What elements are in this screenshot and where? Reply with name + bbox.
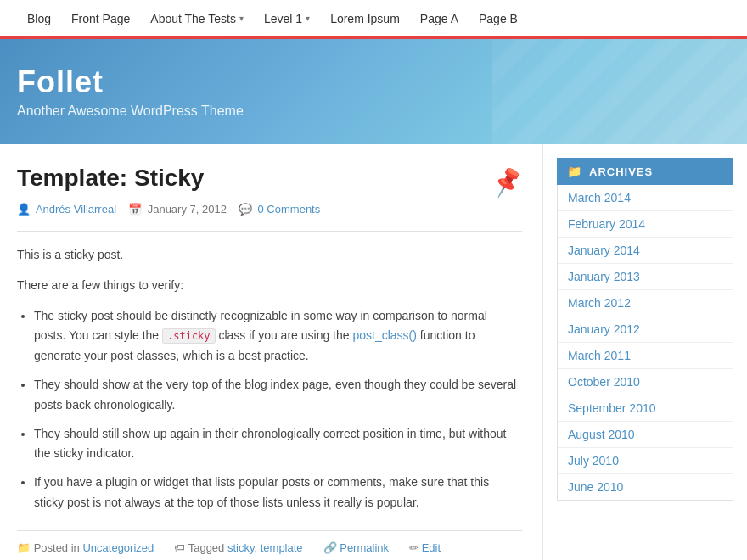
chevron-down-icon: ▾ [239, 14, 244, 23]
bullet-text-1b: class if you are using the [216, 328, 353, 342]
hero-banner: Follet Another Awesome WordPress Theme [0, 39, 747, 144]
list-item: They should show at the very top of the … [34, 375, 522, 416]
link-icon: 🔗 [323, 541, 337, 554]
posted-in-text: Posted in [34, 541, 83, 554]
user-icon: 👤 [17, 203, 31, 216]
archive-list-item: March 2012 [558, 290, 733, 316]
archive-list-item: October 2010 [558, 369, 733, 395]
list-item: If you have a plugin or widget that list… [34, 473, 522, 513]
nav-item-pageb[interactable]: Page B [469, 0, 528, 38]
comments-link[interactable]: 0 Comments [258, 203, 321, 216]
archive-list-item: February 2014 [558, 211, 733, 238]
archive-list-item: March 2014 [558, 185, 733, 211]
edit-label: ✏ Edit [409, 541, 441, 554]
archive-list-item: September 2010 [558, 395, 733, 422]
post-class-link[interactable]: post_class() [352, 328, 416, 342]
edit-link[interactable]: Edit [422, 541, 441, 554]
archive-link[interactable]: March 2012 [558, 290, 733, 316]
archive-link[interactable]: June 2010 [558, 474, 733, 500]
archive-list-item: March 2011 [558, 343, 733, 369]
nav-item-pagea[interactable]: Page A [410, 0, 469, 38]
tagged-text: Tagged [188, 541, 227, 554]
archives-list: March 2014February 2014January 2014Janua… [557, 185, 733, 501]
chevron-down-icon: ▾ [306, 14, 310, 23]
archive-link[interactable]: January 2013 [558, 264, 733, 289]
archive-link[interactable]: September 2010 [558, 395, 733, 421]
article-body: This is a sticky post. There are a few t… [17, 245, 522, 513]
permalink-link[interactable]: Permalink [340, 541, 389, 554]
author-meta: 👤 Andrés Villarreal [17, 203, 116, 216]
main-nav: Blog Front Page About The Tests ▾ Level … [0, 0, 747, 39]
article-meta: 👤 Andrés Villarreal 📅 January 7, 2012 💬 … [17, 203, 522, 216]
comments-meta: 💬 0 Comments [239, 203, 320, 216]
tag2-link[interactable]: template [261, 541, 303, 554]
nav-label: Level 1 [264, 12, 302, 25]
nav-item-level1[interactable]: Level 1 ▾ [254, 0, 320, 38]
site-subtitle: Another Awesome WordPress Theme [17, 104, 730, 119]
posted-in-label: 📁 Posted in Uncategorized [17, 541, 154, 554]
code-sticky: .sticky [162, 328, 216, 344]
calendar-icon: 📅 [128, 203, 142, 216]
bullet-text-2: They should show at the very top of the … [34, 378, 516, 412]
post-date: January 7, 2012 [148, 203, 227, 216]
archive-link[interactable]: January 2014 [558, 238, 733, 263]
list-item: The sticky post should be distinctly rec… [34, 306, 522, 367]
archives-header: 📁 ARCHIVES [557, 158, 733, 185]
archive-link[interactable]: March 2011 [558, 343, 733, 368]
page-container: Template: Sticky 📌 👤 Andrés Villarreal 📅… [0, 144, 747, 560]
archive-list-item: January 2012 [558, 316, 733, 343]
archive-link[interactable]: January 2012 [558, 316, 733, 342]
archive-link[interactable]: July 2010 [558, 448, 733, 473]
tag-icon: 🏷 [174, 541, 185, 554]
folder-icon: 📁 [567, 165, 582, 178]
tag1-link[interactable]: sticky [227, 541, 255, 554]
archive-list-item: June 2010 [558, 474, 733, 500]
permalink-label: 🔗 Permalink [323, 541, 389, 554]
archive-link[interactable]: February 2014 [558, 211, 733, 237]
article-header: Template: Sticky 📌 [17, 165, 522, 196]
category-link[interactable]: Uncategorized [82, 541, 154, 554]
edit-icon: ✏ [409, 541, 418, 554]
archive-list-item: January 2014 [558, 238, 733, 264]
nav-item-loremipsum[interactable]: Lorem Ipsum [320, 0, 410, 38]
article-title: Template: Sticky [17, 165, 204, 192]
nav-item-abouttests[interactable]: About The Tests ▾ [140, 0, 254, 38]
comment-icon: 💬 [239, 203, 252, 216]
intro-line1: This is a sticky post. [17, 245, 522, 266]
folder-icon: 📁 [17, 541, 31, 554]
nav-item-frontpage[interactable]: Front Page [61, 0, 140, 38]
archive-link[interactable]: August 2010 [558, 422, 733, 447]
sticky-pin-icon: 📌 [489, 165, 525, 199]
archive-link[interactable]: October 2010 [558, 369, 733, 395]
article-footer: 📁 Posted in Uncategorized 🏷 Tagged stick… [17, 530, 522, 554]
date-meta: 📅 January 7, 2012 [128, 203, 227, 216]
archive-link[interactable]: March 2014 [558, 185, 733, 210]
archives-label: ARCHIVES [589, 165, 653, 178]
archive-list-item: August 2010 [558, 422, 733, 448]
intro-line2: There are a few things to verify: [17, 276, 522, 296]
article-divider [17, 231, 522, 232]
site-title: Follet [17, 64, 730, 100]
bullet-list: The sticky post should be distinctly rec… [34, 306, 522, 513]
main-content: Template: Sticky 📌 👤 Andrés Villarreal 📅… [0, 144, 543, 560]
nav-label: About The Tests [150, 12, 236, 25]
author-link[interactable]: Andrés Villarreal [36, 203, 116, 216]
bullet-text-3: They should still show up again in their… [34, 427, 506, 461]
tagged-label: 🏷 Tagged sticky, template [174, 541, 302, 554]
archive-list-item: July 2010 [558, 448, 733, 474]
sidebar: 📁 ARCHIVES March 2014February 2014Januar… [543, 144, 747, 560]
list-item: They should still show up again in their… [34, 424, 522, 465]
bullet-text-4: If you have a plugin or widget that list… [34, 475, 489, 509]
archive-list-item: January 2013 [558, 264, 733, 290]
nav-item-blog[interactable]: Blog [17, 0, 61, 38]
